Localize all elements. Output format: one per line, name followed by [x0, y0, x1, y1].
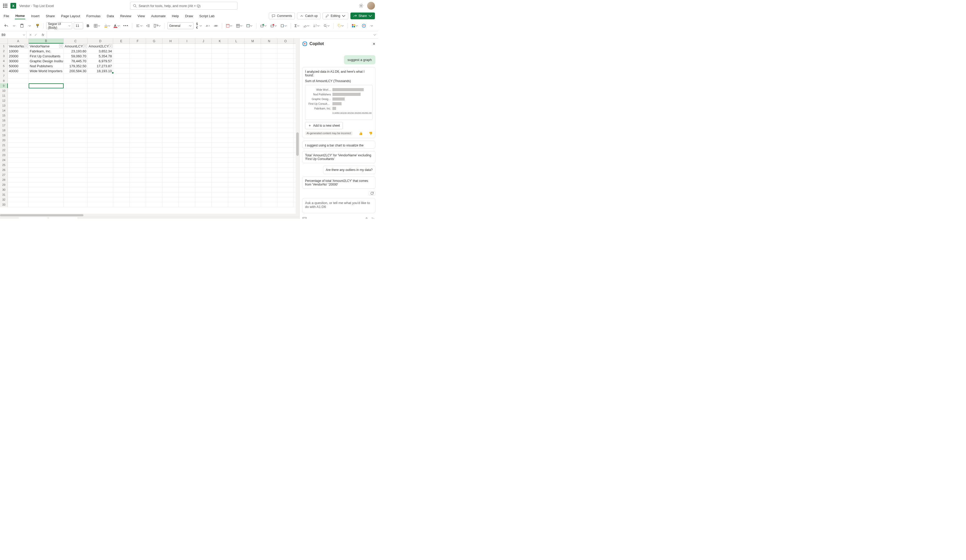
cell[interactable] — [64, 79, 88, 83]
cell[interactable] — [228, 202, 245, 207]
tab-view[interactable]: View — [137, 13, 146, 19]
cell[interactable] — [212, 113, 228, 118]
cell[interactable] — [245, 54, 261, 58]
user-avatar[interactable] — [367, 2, 375, 10]
horizontal-scroll-thumb[interactable] — [0, 214, 84, 216]
cell[interactable] — [146, 64, 163, 68]
cell[interactable] — [130, 98, 146, 103]
cell[interactable] — [179, 153, 195, 157]
cell[interactable] — [278, 167, 294, 172]
cell[interactable] — [245, 49, 261, 53]
cell[interactable] — [195, 167, 212, 172]
cell[interactable] — [29, 108, 64, 113]
cell[interactable] — [195, 197, 212, 202]
col-header-N[interactable]: N — [261, 39, 278, 44]
undo-dropdown[interactable] — [11, 22, 17, 29]
cell[interactable] — [195, 79, 212, 83]
cell[interactable] — [195, 118, 212, 123]
cell[interactable] — [146, 143, 163, 147]
cell[interactable] — [179, 49, 195, 53]
cell[interactable] — [179, 79, 195, 83]
cell[interactable] — [195, 128, 212, 133]
cell[interactable] — [130, 103, 146, 108]
cell[interactable]: 30000 — [8, 59, 29, 63]
cell[interactable] — [195, 153, 212, 157]
row-header[interactable]: 9 — [0, 84, 8, 88]
cell[interactable] — [64, 108, 88, 113]
cell[interactable] — [278, 158, 294, 162]
cell[interactable] — [195, 49, 212, 53]
cell[interactable] — [163, 138, 179, 142]
row-header[interactable]: 25 — [0, 163, 8, 167]
cell[interactable] — [163, 143, 179, 147]
cell[interactable] — [8, 128, 29, 133]
cell[interactable] — [163, 192, 179, 197]
cell[interactable] — [179, 98, 195, 103]
cell[interactable] — [261, 88, 278, 93]
cell[interactable] — [195, 138, 212, 142]
cell[interactable] — [245, 103, 261, 108]
conditional-format-button[interactable] — [225, 22, 233, 29]
cell[interactable] — [228, 118, 245, 123]
cell[interactable] — [88, 88, 113, 93]
cell[interactable] — [29, 79, 64, 83]
row-header[interactable]: 27 — [0, 172, 8, 177]
cell[interactable] — [88, 148, 113, 152]
tab-share[interactable]: Share — [45, 13, 56, 19]
cell[interactable] — [245, 138, 261, 142]
cell[interactable] — [113, 143, 130, 147]
fill-color-button[interactable] — [103, 22, 111, 29]
row-header[interactable]: 11 — [0, 93, 8, 98]
cell[interactable] — [64, 153, 88, 157]
clear-button[interactable] — [302, 22, 310, 29]
cell[interactable] — [261, 202, 278, 207]
cell[interactable] — [8, 79, 29, 83]
cell[interactable] — [261, 163, 278, 167]
cell[interactable] — [278, 182, 294, 187]
cell[interactable]: AmountLCY — [64, 44, 88, 49]
cell[interactable] — [146, 84, 163, 88]
cell[interactable] — [228, 143, 245, 147]
cell[interactable] — [195, 192, 212, 197]
cell[interactable] — [163, 153, 179, 157]
cell[interactable] — [163, 158, 179, 162]
cell[interactable] — [195, 103, 212, 108]
cell[interactable] — [88, 143, 113, 147]
cell[interactable] — [261, 192, 278, 197]
cell[interactable] — [228, 182, 245, 187]
row-header[interactable]: 30 — [0, 187, 8, 192]
cell[interactable] — [146, 153, 163, 157]
row-header[interactable]: 19 — [0, 133, 8, 138]
cell[interactable] — [179, 143, 195, 147]
microphone-button[interactable] — [365, 217, 369, 219]
cell[interactable] — [113, 177, 130, 182]
cell[interactable] — [228, 163, 245, 167]
cell[interactable]: 5,354.78 — [88, 54, 113, 58]
cell[interactable] — [278, 88, 294, 93]
cell[interactable] — [163, 54, 179, 58]
cell[interactable] — [195, 108, 212, 113]
cell[interactable] — [212, 69, 228, 73]
cell[interactable] — [88, 187, 113, 192]
row-header[interactable]: 3 — [0, 54, 8, 58]
cell[interactable] — [245, 44, 261, 49]
cell[interactable] — [130, 93, 146, 98]
cell[interactable] — [64, 202, 88, 207]
cell[interactable] — [179, 59, 195, 63]
cell[interactable] — [113, 88, 130, 93]
cell[interactable] — [64, 143, 88, 147]
cell[interactable] — [228, 93, 245, 98]
cell[interactable] — [113, 64, 130, 68]
row-header[interactable]: 20 — [0, 138, 8, 142]
cell[interactable] — [228, 69, 245, 73]
cell[interactable] — [88, 202, 113, 207]
cell[interactable] — [113, 187, 130, 192]
cell[interactable] — [88, 118, 113, 123]
filter-dropdown-button[interactable] — [59, 44, 63, 48]
cell[interactable] — [179, 108, 195, 113]
cell[interactable] — [163, 88, 179, 93]
cell[interactable] — [261, 44, 278, 49]
cell[interactable] — [163, 182, 179, 187]
cell[interactable] — [130, 64, 146, 68]
cell[interactable] — [212, 64, 228, 68]
